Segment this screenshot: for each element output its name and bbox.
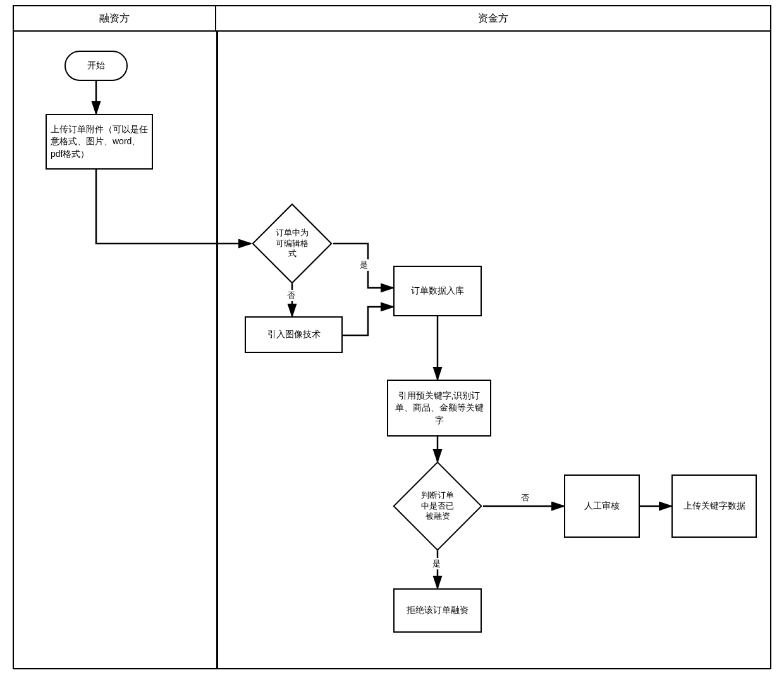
decision-financed-text: 判断订单中是否已被融资 [406,474,469,538]
lane-header: 融资方 资金方 [14,6,770,32]
decision-format-text: 订单中为可编辑格式 [264,215,321,272]
edge-label-yes-1: 是 [358,259,369,271]
reject-process: 拒绝该订单融资 [393,588,482,633]
upload-keywords-process: 上传关键字数据 [671,474,757,538]
edge-label-no-2: 否 [520,492,530,504]
edge-label-no-1: 否 [286,290,297,301]
lane-header-left: 融资方 [14,6,216,30]
start-terminator: 开始 [64,51,128,81]
swimlane-diagram: 融资方 资金方 [13,5,771,669]
decision-format: 订单中为可编辑格式 [264,215,321,272]
keywords-process: 引用预关键字,识别订单、商品、金额等关键字 [387,380,491,437]
image-tech-process: 引入图像技术 [245,316,343,353]
lane-header-right: 资金方 [216,6,770,30]
manual-review-process: 人工审核 [564,474,640,538]
upload-process: 上传订单附件（可以是任意格式、图片、word、pdf格式） [46,114,153,170]
lane-divider [216,32,218,668]
decision-financed: 判断订单中是否已被融资 [406,474,469,538]
lane-body: 开始 上传订单附件（可以是任意格式、图片、word、pdf格式） 订单中为可编辑… [14,32,770,668]
data-store-process: 订单数据入库 [393,266,482,316]
edge-label-yes-2: 是 [431,558,442,569]
